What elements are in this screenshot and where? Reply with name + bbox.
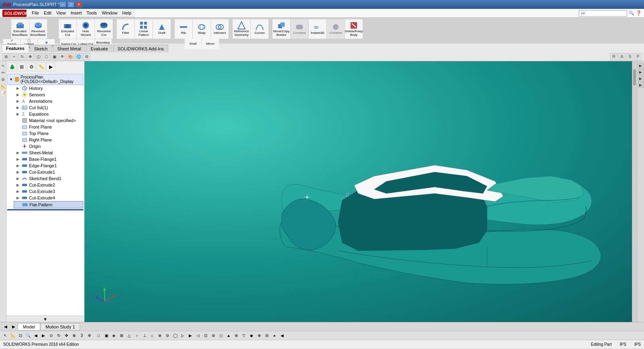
toolbar-btn-21[interactable]: ◆ [248, 332, 255, 339]
tree-item-cut-extrude4[interactable]: ▶ Cut-Extrude4 [14, 195, 83, 201]
shadows-button[interactable]: S [626, 53, 634, 60]
rollback-bar[interactable] [7, 209, 83, 210]
menu-item-window[interactable]: Window [99, 10, 120, 16]
tree-root-item[interactable]: ▼ ProcessPlan (FOLDED<<Default>_Display [7, 74, 83, 85]
toolbar-btn-22[interactable]: ⊕ [256, 332, 263, 339]
pan-button[interactable]: ✥ [27, 53, 34, 60]
toolbar-btn-23[interactable]: ⊟ [263, 332, 270, 339]
view-selector-button[interactable]: ⬡ [43, 53, 50, 60]
restore-button[interactable]: □ [68, 2, 74, 7]
toolbar-btn-14[interactable]: ◁ [194, 332, 202, 339]
toolbar-btn-15[interactable]: ⊡ [202, 332, 209, 339]
tree-item-sheet-metal[interactable]: ▶ Sheet-Metal [14, 150, 83, 156]
toolbar-btn-8[interactable]: ⌂ [149, 332, 156, 339]
help-icon[interactable]: ❓ [636, 10, 642, 16]
menu-item-insert[interactable]: Insert [68, 10, 84, 16]
menu-item-help[interactable]: Help [120, 10, 134, 16]
intersect-button[interactable]: Intersect [211, 19, 229, 39]
tree-item-equations[interactable]: ▶ Σ Equations [14, 111, 83, 117]
tree-item-flat-pattern[interactable]: Flat-Pattern [14, 201, 83, 208]
pan-btn[interactable]: ✥ [63, 332, 70, 339]
tree-expand-cut-extrude1[interactable]: ▶ [15, 170, 20, 174]
search-input[interactable] [579, 10, 627, 17]
right-panel-btn2[interactable]: ▶ [638, 69, 644, 75]
normal-to-btn[interactable]: ⊙ [47, 332, 55, 339]
model-tabs-next[interactable]: ▶ [10, 324, 18, 329]
menu-item-tools[interactable]: Tools [84, 10, 99, 16]
tree-item-cut-extrude1[interactable]: ▶ Cut-Extrude1 [14, 169, 83, 175]
instant3d-button[interactable]: 3D Instant3D [309, 19, 326, 39]
viewport[interactable]: X Y Z [85, 61, 637, 322]
quick-snap-btn[interactable]: ✲ [86, 332, 93, 339]
tree-expand-sketched-bend1[interactable]: ▶ [15, 176, 20, 181]
prev-view-btn[interactable]: ◀ [32, 332, 39, 339]
toolbar-btn-5[interactable]: △ [126, 332, 133, 339]
zoom-btn[interactable]: ⊕ [70, 332, 78, 339]
mirror-button[interactable]: Mirror [202, 39, 219, 49]
tree-item-origin[interactable]: Origin [14, 143, 83, 150]
tree-item-annotations[interactable]: ▶ A Annotations [14, 98, 83, 104]
curves-button[interactable]: Curves [251, 19, 268, 39]
tree-expand-cut-extrude2[interactable]: ▶ [15, 183, 20, 187]
appearance-button[interactable]: 🎨 [67, 53, 74, 60]
select-btn[interactable]: ↖ [2, 332, 9, 339]
right-panel-btn1[interactable]: ▶ [638, 63, 644, 69]
toolbar-btn-11[interactable]: ◯ [171, 332, 179, 339]
rib-button[interactable]: Rib [175, 19, 192, 39]
toolbar-btn-13[interactable]: ▶ [187, 332, 194, 339]
combine2-button[interactable]: Combine [327, 19, 345, 39]
tree-expand-base-flange1[interactable]: ▶ [15, 157, 20, 162]
panel-icon-featuretree[interactable]: 🌲 [8, 62, 17, 71]
model-tab-motion-study-1[interactable]: Motion Study 1 [40, 323, 80, 330]
shell-button[interactable]: Shell [185, 39, 202, 49]
toolbar-btn-19[interactable]: ⊛ [233, 332, 240, 339]
menu-item-view[interactable]: View [54, 10, 68, 16]
zoom-to-fit-button[interactable]: ⊞ [2, 53, 10, 60]
tree-item-material[interactable]: Material <not specified> [14, 117, 83, 124]
right-panel-btn3[interactable]: ▶ [638, 76, 644, 81]
sketch-tool[interactable]: ✏ [0, 70, 6, 75]
tree-expand-cut-extrude4[interactable]: ▶ [15, 195, 20, 200]
toolbar-btn-4[interactable]: ⊞ [118, 332, 125, 339]
hide-show-button[interactable]: 👁 [59, 53, 66, 60]
view-setting-button[interactable]: ⚙ [83, 53, 90, 60]
menu-item-file[interactable]: File [29, 10, 41, 16]
feature-tool[interactable]: ⚙ [0, 77, 6, 82]
toolbar-btn-3[interactable]: ◈ [110, 332, 118, 339]
toolbar-btn-6[interactable]: ○ [133, 332, 140, 339]
toolbar-btn-7[interactable]: ⊥ [141, 332, 148, 339]
toolbar-btn-18[interactable]: ▲ [225, 332, 232, 339]
hole-wizard-button[interactable]: HoleWizard [77, 19, 95, 39]
tree-item-base-flange1[interactable]: ▶ Base-Flange1 [14, 156, 83, 162]
tree-item-edge-flange1[interactable]: ▶ Edge-Flange1 [14, 162, 83, 169]
tree-expand-sheet-metal[interactable]: ▶ [15, 150, 20, 155]
toolbar-btn-1[interactable]: □ [95, 332, 102, 339]
scene-button[interactable]: 🌐 [75, 53, 82, 60]
toolbar-btn-20[interactable]: ▽ [240, 332, 248, 339]
revolved-boss-button[interactable]: RevolvedBoss/Base [29, 19, 47, 39]
ambient-occlusion-button[interactable]: A [618, 53, 625, 60]
tab-evaluate[interactable]: Evaluate [86, 45, 112, 52]
measure-tool[interactable]: 📐 [0, 83, 6, 89]
close-button[interactable]: ✕ [76, 2, 82, 7]
tree-item-right-plane[interactable]: Right Plane [14, 137, 83, 143]
tree-item-sketched-bend1[interactable]: ▶ Sketched Bend1 [14, 175, 83, 182]
linear-pattern-button[interactable]: LinearPattern [135, 19, 153, 39]
tree-item-history[interactable]: ▶ History [14, 85, 83, 91]
tree-expand-history[interactable]: ▶ [15, 86, 20, 91]
toolbar-btn-25[interactable]: ◀ [279, 332, 286, 339]
next-view-btn[interactable]: ▶ [40, 332, 47, 339]
zoom-in-button[interactable]: + [10, 53, 18, 60]
tree-expand-equations[interactable]: ▶ [15, 112, 20, 116]
tab-sketch[interactable]: Sketch [30, 45, 52, 52]
tree-expand-sensors[interactable]: ▶ [15, 92, 20, 97]
panel-icon-config[interactable]: ⚙ [27, 62, 36, 71]
minimize-button[interactable]: ─ [60, 2, 66, 7]
revolved-cut-button[interactable]: RevolvedCut [95, 19, 113, 39]
perspective-button[interactable]: P [634, 53, 642, 60]
panel-icon-more[interactable]: ▶ [46, 62, 55, 71]
tree-item-top-plane[interactable]: Top Plane [14, 130, 83, 137]
tree-item-cut-extrude2[interactable]: ▶ Cut-Extrude2 [14, 182, 83, 188]
toolbar-btn-12[interactable]: ▷ [179, 332, 186, 339]
tree-expand-edge-flange1[interactable]: ▶ [15, 163, 20, 168]
